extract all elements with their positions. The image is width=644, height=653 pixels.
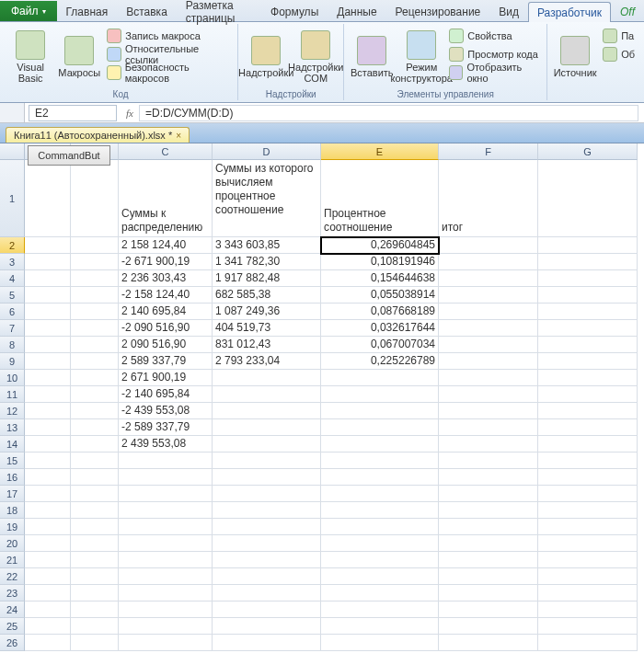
cell-B15[interactable] xyxy=(71,453,119,469)
record-macro-button[interactable]: Запись макроса xyxy=(107,28,232,44)
cell-B19[interactable] xyxy=(71,519,119,535)
cell-F26[interactable] xyxy=(439,635,538,651)
cell-D19[interactable] xyxy=(213,519,321,535)
cell-G26[interactable] xyxy=(538,635,638,651)
cell-E4[interactable]: 0,154644638 xyxy=(321,270,439,287)
cell-C12[interactable]: -2 439 553,08 xyxy=(119,403,213,419)
cell-B24[interactable] xyxy=(71,601,119,618)
cell-D12[interactable] xyxy=(213,403,321,419)
cell-F9[interactable] xyxy=(439,353,538,370)
cell-G23[interactable] xyxy=(538,585,638,601)
cell-D11[interactable] xyxy=(213,386,321,403)
cell-A3[interactable] xyxy=(25,254,71,270)
cell-D22[interactable] xyxy=(213,568,321,585)
cell-A20[interactable] xyxy=(25,535,71,552)
cell-B23[interactable] xyxy=(71,585,119,601)
cell-D13[interactable] xyxy=(213,419,321,436)
cell-B14[interactable] xyxy=(71,436,119,453)
cell-D24[interactable] xyxy=(213,601,321,618)
cell-B22[interactable] xyxy=(71,568,119,585)
cell-F11[interactable] xyxy=(439,386,538,403)
cell-F8[interactable] xyxy=(439,337,538,353)
cell-D16[interactable] xyxy=(213,469,321,486)
cell-C6[interactable]: 2 140 695,84 xyxy=(119,304,213,320)
cell-G25[interactable] xyxy=(538,618,638,635)
cell-A23[interactable] xyxy=(25,585,71,601)
cell-G6[interactable] xyxy=(538,304,638,320)
run-dialog-button[interactable]: Отобразить окно xyxy=(449,64,541,81)
cell-F21[interactable] xyxy=(439,552,538,568)
cell-D4[interactable]: 1 917 882,48 xyxy=(213,270,321,287)
cell-F5[interactable] xyxy=(439,287,538,304)
cell-D26[interactable] xyxy=(213,635,321,651)
cell-G16[interactable] xyxy=(538,469,638,486)
row-header-1[interactable]: 1 xyxy=(0,160,25,237)
row-header-15[interactable]: 15 xyxy=(0,453,25,469)
cell-C3[interactable]: -2 671 900,19 xyxy=(119,254,213,270)
cell-B2[interactable] xyxy=(71,237,119,254)
cell-F14[interactable] xyxy=(439,436,538,453)
cell-E12[interactable] xyxy=(321,403,439,419)
cell-D17[interactable] xyxy=(213,486,321,502)
cell-G2[interactable] xyxy=(538,237,638,254)
cell-E22[interactable] xyxy=(321,568,439,585)
cell-A2[interactable] xyxy=(25,237,71,254)
tab-insert[interactable]: Вставка xyxy=(117,1,177,21)
cell-B10[interactable] xyxy=(71,370,119,386)
cell-E25[interactable] xyxy=(321,618,439,635)
cell-C7[interactable]: -2 090 516,90 xyxy=(119,320,213,337)
cell-E24[interactable] xyxy=(321,601,439,618)
cell-D10[interactable] xyxy=(213,370,321,386)
cell-E2[interactable]: 0,269604845 xyxy=(321,237,439,254)
cell-G4[interactable] xyxy=(538,270,638,287)
cell-B21[interactable] xyxy=(71,552,119,568)
cell-C4[interactable]: 2 236 303,43 xyxy=(119,270,213,287)
cell-F13[interactable] xyxy=(439,419,538,436)
cell-D2[interactable]: 3 343 603,85 xyxy=(213,237,321,254)
cell-C11[interactable]: -2 140 695,84 xyxy=(119,386,213,403)
col-header-E[interactable]: E xyxy=(321,143,439,160)
cell-E16[interactable] xyxy=(321,469,439,486)
cell-G21[interactable] xyxy=(538,552,638,568)
cell-D21[interactable] xyxy=(213,552,321,568)
cell-F22[interactable] xyxy=(439,568,538,585)
cell-F16[interactable] xyxy=(439,469,538,486)
cell-E21[interactable] xyxy=(321,552,439,568)
cell-A24[interactable] xyxy=(25,601,71,618)
row-header-23[interactable]: 23 xyxy=(0,585,25,601)
cell-F20[interactable] xyxy=(439,535,538,552)
tab-data[interactable]: Данные xyxy=(328,1,385,21)
cell-C9[interactable]: 2 589 337,79 xyxy=(119,353,213,370)
row-header-16[interactable]: 16 xyxy=(0,469,25,486)
cell-E7[interactable]: 0,032617644 xyxy=(321,320,439,337)
col-header-F[interactable]: F xyxy=(439,143,538,160)
cell-B26[interactable] xyxy=(71,635,119,651)
cell-C18[interactable] xyxy=(119,502,213,519)
cell-A13[interactable] xyxy=(25,419,71,436)
macros-button[interactable]: Макросы xyxy=(57,26,101,88)
cell-A21[interactable] xyxy=(25,552,71,568)
cell-B1[interactable] xyxy=(71,160,119,237)
cell-C14[interactable]: 2 439 553,08 xyxy=(119,436,213,453)
cell-G1[interactable] xyxy=(538,160,638,237)
cell-A5[interactable] xyxy=(25,287,71,304)
cell-G22[interactable] xyxy=(538,568,638,585)
cell-E18[interactable] xyxy=(321,502,439,519)
design-mode-button[interactable]: Режим конструктора xyxy=(399,26,443,88)
cell-B6[interactable] xyxy=(71,304,119,320)
cell-A19[interactable] xyxy=(25,519,71,535)
cell-B16[interactable] xyxy=(71,469,119,486)
cell-B7[interactable] xyxy=(71,320,119,337)
row-header-18[interactable]: 18 xyxy=(0,502,25,519)
workbook-tab[interactable]: Книга11 (Автосохраненный).xlsx * × xyxy=(6,127,190,143)
cell-D7[interactable]: 404 519,73 xyxy=(213,320,321,337)
cell-F12[interactable] xyxy=(439,403,538,419)
row-header-22[interactable]: 22 xyxy=(0,568,25,585)
tab-formulas[interactable]: Формулы xyxy=(261,1,328,21)
cell-E8[interactable]: 0,067007034 xyxy=(321,337,439,353)
cell-B8[interactable] xyxy=(71,337,119,353)
cell-B20[interactable] xyxy=(71,535,119,552)
cell-D14[interactable] xyxy=(213,436,321,453)
cell-D3[interactable]: 1 341 782,30 xyxy=(213,254,321,270)
name-box[interactable]: E2 xyxy=(29,105,117,121)
